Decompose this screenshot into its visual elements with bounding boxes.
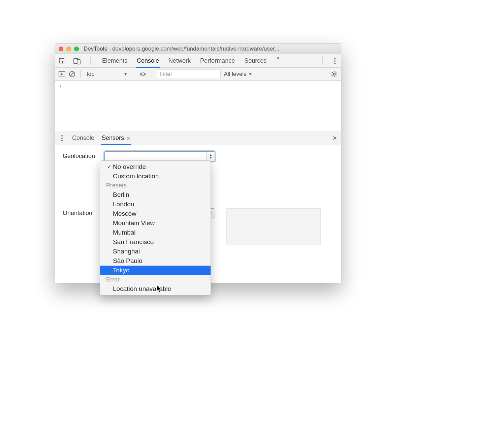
main-tabs: Elements Console Network Performance Sou… — [102, 54, 279, 67]
main-tab-bar: Elements Console Network Performance Sou… — [55, 54, 341, 68]
tab-console[interactable]: Console — [137, 54, 159, 67]
geo-option-london[interactable]: ✓London — [100, 200, 211, 209]
geo-group-presets: Presets — [100, 181, 211, 190]
more-tabs-icon[interactable]: » — [276, 54, 279, 67]
filter-input[interactable]: Filter — [157, 69, 221, 79]
option-label: Mountain View — [113, 219, 155, 227]
app-name: DevTools — [84, 46, 107, 52]
option-label: Berlin — [113, 191, 129, 199]
svg-point-6 — [141, 73, 144, 75]
console-settings-icon[interactable] — [331, 71, 338, 78]
minimize-window-button[interactable] — [66, 47, 71, 51]
titlebar: DevTools - developers.google.com/web/fun… — [55, 43, 341, 54]
option-label: Tokyo — [113, 267, 130, 274]
drawer-menu-icon[interactable] — [59, 135, 65, 141]
divider — [80, 70, 81, 78]
geo-option-mountain-view[interactable]: ✓Mountain View — [100, 218, 211, 228]
option-label: Mumbai — [113, 229, 136, 236]
clear-console-icon[interactable] — [69, 71, 75, 78]
option-label: No override — [113, 163, 146, 171]
svg-rect-2 — [77, 60, 80, 64]
geo-option-custom[interactable]: ✓ Custom location... — [100, 172, 211, 181]
drawer-tab-console[interactable]: Console — [72, 131, 94, 145]
option-label: Custom location... — [113, 173, 164, 180]
zoom-window-button[interactable] — [74, 47, 79, 51]
geo-option-san-francisco[interactable]: ✓San Francisco — [100, 237, 211, 247]
option-label: Moscow — [113, 210, 136, 217]
geo-option-sao-paulo[interactable]: ✓São Paulo — [100, 256, 211, 266]
tab-sources[interactable]: Sources — [244, 54, 266, 67]
svg-line-14 — [332, 76, 333, 76]
close-drawer-icon[interactable]: × — [333, 134, 337, 143]
svg-line-5 — [70, 72, 74, 76]
divider — [322, 57, 323, 65]
console-prompt-icon: › — [59, 83, 62, 89]
context-selector[interactable]: top ▼ — [85, 71, 129, 78]
live-expression-icon[interactable] — [139, 71, 147, 77]
orientation-label: Orientation — [63, 208, 100, 217]
tab-elements[interactable]: Elements — [102, 54, 127, 67]
execute-icon[interactable] — [59, 71, 65, 77]
geolocation-dropdown: ✓ No override ✓ Custom location... Prese… — [100, 160, 211, 295]
page-url: developers.google.com/web/fundamentals/n… — [112, 46, 279, 52]
log-levels-selector[interactable]: All levels ▼ — [224, 71, 252, 78]
geolocation-label: Geolocation — [63, 151, 100, 160]
dropdown-triangle-icon: ▼ — [124, 72, 128, 77]
divider — [90, 57, 91, 65]
devtools-menu-icon[interactable] — [332, 58, 338, 64]
drawer-tab-label: Console — [72, 134, 94, 142]
geolocation-select[interactable]: ▲▼ — [104, 151, 215, 161]
geo-option-location-unavailable[interactable]: ✓Location unavailable — [100, 284, 211, 294]
orientation-preview — [226, 208, 321, 245]
geo-group-error: Error — [100, 275, 211, 284]
tab-performance[interactable]: Performance — [200, 54, 235, 67]
drawer-tab-sensors[interactable]: Sensors × — [102, 131, 130, 145]
inspect-element-icon[interactable] — [59, 58, 65, 64]
title-sep: - — [107, 46, 112, 52]
close-tab-icon[interactable]: × — [127, 135, 130, 141]
levels-label: All levels — [224, 71, 247, 78]
option-label: London — [113, 201, 134, 208]
svg-point-7 — [333, 73, 335, 75]
traffic-lights — [59, 47, 79, 51]
checkmark-icon: ✓ — [105, 164, 113, 170]
dropdown-triangle-icon: ▼ — [248, 72, 252, 77]
option-label: Shanghai — [113, 248, 140, 255]
option-label: Location unavailable — [113, 285, 171, 293]
geo-option-shanghai[interactable]: ✓Shanghai — [100, 247, 211, 256]
option-label: São Paulo — [113, 257, 143, 265]
geolocation-section: Geolocation ▲▼ — [63, 151, 334, 161]
geo-option-berlin[interactable]: ✓Berlin — [100, 190, 211, 200]
svg-line-13 — [336, 76, 336, 76]
divider — [134, 70, 134, 78]
geo-option-no-override[interactable]: ✓ No override — [100, 162, 211, 172]
window-title: DevTools - developers.google.com/web/fun… — [84, 46, 338, 52]
divider — [152, 70, 152, 78]
tab-network[interactable]: Network — [168, 54, 191, 67]
geo-option-tokyo[interactable]: ✓Tokyo — [100, 266, 211, 275]
geo-option-moscow[interactable]: ✓Moscow — [100, 209, 211, 218]
geo-option-mumbai[interactable]: ✓Mumbai — [100, 228, 211, 237]
console-toolbar: top ▼ Filter All levels ▼ — [55, 68, 341, 81]
svg-line-15 — [336, 72, 336, 72]
console-output[interactable]: › — [55, 81, 341, 131]
drawer-tab-bar: Console Sensors × × — [55, 131, 341, 145]
drawer-tab-label: Sensors — [102, 134, 124, 142]
svg-line-12 — [332, 72, 333, 72]
device-toolbar-icon[interactable] — [73, 58, 81, 64]
context-value: top — [87, 71, 95, 78]
close-window-button[interactable] — [59, 47, 63, 51]
select-stepper-icon: ▲▼ — [207, 152, 215, 161]
option-label: San Francisco — [113, 238, 154, 246]
